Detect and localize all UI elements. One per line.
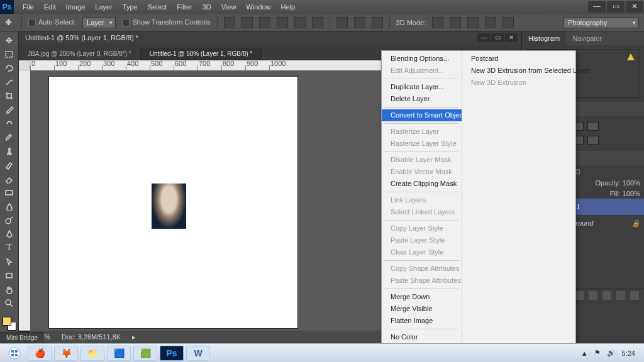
distribute-icon[interactable] [336, 17, 348, 28]
3d-mode-icon[interactable] [432, 17, 443, 28]
foreground-color-swatch[interactable] [3, 317, 11, 326]
show-transform-checkbox[interactable]: Show Transform Controls [122, 18, 210, 26]
ctx-postcard[interactable]: Postcard [462, 53, 599, 65]
ctx-merge-down[interactable]: Merge Down [382, 291, 462, 303]
dodge-tool[interactable] [2, 214, 17, 226]
3d-mode-icon[interactable] [502, 17, 514, 28]
placed-image[interactable] [152, 184, 186, 229]
ctx-blending-options[interactable]: Blending Options... [382, 53, 462, 65]
hand-tool[interactable] [2, 283, 17, 295]
stamp-tool[interactable] [2, 145, 17, 157]
tray-volume-icon[interactable]: 🔊 [607, 349, 616, 357]
distribute-icon[interactable] [354, 17, 365, 28]
pen-tool[interactable] [2, 228, 17, 240]
auto-select-checkbox[interactable]: Auto-Select: [28, 18, 76, 26]
history-brush-tool[interactable] [2, 158, 17, 171]
menu-view[interactable]: View [216, 0, 242, 14]
gradient-tool[interactable] [2, 186, 17, 199]
document-titlebar: Untitled-1 @ 50% (Layer 1, RGB/8) * — ▭ … [19, 31, 521, 44]
tray-flag-icon[interactable]: ▲ [581, 349, 588, 357]
mini-bridge-tab[interactable]: Mini Bridge [0, 332, 44, 343]
heal-tool[interactable] [2, 117, 17, 129]
menu-3d[interactable]: 3D [197, 0, 216, 14]
zoom-tool[interactable] [2, 297, 17, 309]
taskbar-app[interactable]: 🟦 [107, 346, 131, 361]
doc-close[interactable]: ✕ [505, 33, 518, 42]
canvas[interactable] [49, 77, 297, 328]
ctx-new-3d-extrusion-from-selected-layer[interactable]: New 3D Extrusion from Selected Layer [462, 65, 599, 77]
start-button[interactable] [4, 346, 25, 361]
align-icon[interactable] [242, 17, 253, 28]
brush-tool[interactable] [2, 131, 17, 143]
3d-mode-icon[interactable] [485, 17, 496, 28]
eyedropper-tool[interactable] [2, 103, 17, 116]
doc-minimize[interactable]: — [477, 33, 490, 42]
ruler-vertical[interactable] [19, 70, 30, 331]
tray-network-icon[interactable]: ⚑ [594, 349, 601, 357]
move-tool[interactable]: ✥ [2, 34, 17, 47]
wand-tool[interactable] [2, 75, 17, 88]
ctx-flatten-image[interactable]: Flatten Image [382, 315, 462, 327]
new-layer-icon[interactable] [616, 291, 625, 300]
tab-histogram[interactable]: Histogram [522, 31, 566, 45]
ctx-enable-vector-mask: Enable Vector Mask [382, 166, 462, 178]
tray-clock[interactable]: 5:24 [622, 349, 635, 357]
menu-layer[interactable]: Layer [90, 0, 118, 14]
ctx-create-clipping-mask[interactable]: Create Clipping Mask [382, 178, 462, 190]
3d-mode-icon[interactable] [450, 17, 461, 28]
align-icon[interactable] [277, 17, 288, 28]
blur-tool[interactable] [2, 200, 17, 212]
align-icon[interactable] [259, 17, 270, 28]
taskbar-firefox[interactable]: 🦊 [54, 346, 78, 361]
marquee-tool[interactable] [2, 48, 17, 60]
menu-window[interactable]: Window [241, 0, 275, 14]
distribute-icon[interactable] [372, 17, 383, 28]
minimize-button[interactable]: — [588, 1, 606, 13]
fill-value[interactable]: 100% [623, 190, 640, 197]
ctx-rasterize-layer-style: Rasterize Layer Style [382, 138, 462, 150]
menu-filter[interactable]: Filter [172, 0, 197, 14]
eraser-tool[interactable] [2, 172, 17, 185]
auto-select-target-combo[interactable]: Layer [82, 17, 116, 28]
path-select-tool[interactable] [2, 255, 17, 268]
taskbar-folder[interactable]: 📁 [80, 346, 104, 361]
ctx-duplicate-layer[interactable]: Duplicate Layer... [382, 81, 462, 93]
menu-select[interactable]: Select [143, 0, 172, 14]
shape-tool[interactable] [2, 269, 17, 282]
doc-restore[interactable]: ▭ [491, 33, 504, 42]
taskbar-finder[interactable]: 🍎 [28, 346, 52, 361]
ctx-no-color[interactable]: No Color [382, 331, 462, 343]
3d-mode-icon[interactable] [467, 17, 479, 28]
lasso-tool[interactable] [2, 62, 17, 74]
type-tool[interactable]: T [2, 241, 17, 254]
taskbar-word[interactable]: W [186, 346, 210, 361]
opacity-value[interactable]: 100% [623, 179, 640, 187]
menu-edit[interactable]: Edit [39, 0, 61, 14]
color-swatches[interactable] [3, 317, 16, 331]
align-icon[interactable] [294, 17, 306, 28]
menu-help[interactable]: Help [276, 0, 301, 14]
ruler-origin[interactable] [19, 60, 30, 70]
align-icon[interactable] [312, 17, 323, 28]
ctx-convert-to-smart-object[interactable]: Convert to Smart Object [382, 109, 462, 121]
menu-image[interactable]: Image [61, 0, 91, 14]
close-button[interactable]: ✕ [626, 1, 643, 13]
ctx-delete-layer[interactable]: Delete Layer [382, 93, 462, 105]
tab-navigator[interactable]: Navigator [566, 31, 608, 45]
crop-tool[interactable] [2, 89, 17, 102]
doc-size[interactable]: Doc: 3,28M/511,8K [62, 333, 121, 341]
status-arrow-icon[interactable]: ▸ [132, 333, 136, 341]
ctx-merge-visible[interactable]: Merge Visible [382, 303, 462, 315]
histogram-warning-icon[interactable] [627, 53, 635, 60]
workspace-combo[interactable]: Photography [564, 17, 639, 28]
new-group-icon[interactable] [602, 291, 611, 300]
document-tab[interactable]: JBA.jpg @ 200% (Layer 0, RGB/8*) * [19, 48, 141, 60]
menu-file[interactable]: File [18, 0, 39, 14]
restore-button[interactable]: ▭ [607, 1, 625, 13]
taskbar-photoshop[interactable]: Ps [160, 346, 184, 361]
taskbar-app[interactable]: 🟩 [133, 346, 157, 361]
document-tab[interactable]: Untitled-1 @ 50% (Layer 1, RGB/8) * [141, 48, 262, 60]
trash-icon[interactable] [630, 291, 639, 300]
menu-type[interactable]: Type [118, 0, 143, 14]
align-icon[interactable] [224, 17, 235, 28]
